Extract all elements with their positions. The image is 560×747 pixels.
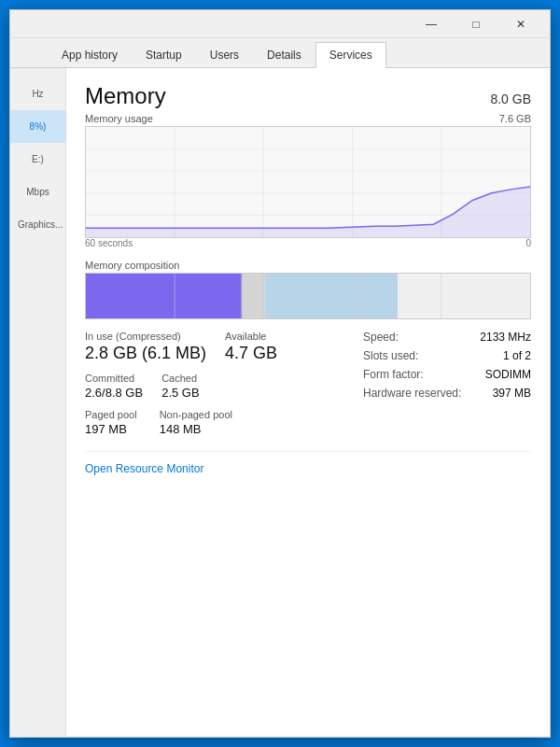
pool-section: Paged pool 197 MB Non-paged pool 148 MB [85,409,344,436]
form-factor-label: Form factor: [363,368,424,381]
paged-pool-label: Paged pool [85,409,137,420]
cached-value: 2.5 GB [161,386,199,400]
stat-available: Available 4.7 GB [225,331,277,363]
content-area: Hz 8%) E:) Mbps Graphics... Memory 8.0 G… [10,68,550,736]
stat-cached: Cached 2.5 GB [161,373,199,400]
paged-pool-value: 197 MB [85,422,137,436]
stat-paged-pool: Paged pool 197 MB [85,409,137,436]
svg-rect-8 [86,274,242,319]
available-value: 4.7 GB [225,344,277,363]
memory-title: Memory [85,83,166,109]
cached-label: Cached [161,373,199,384]
sidebar-item-network[interactable]: Mbps [10,176,65,208]
speed-value: 2133 MHz [480,331,531,344]
in-use-available: In use (Compressed) 2.8 GB (6.1 MB) Avai… [85,331,344,363]
tab-app-history[interactable]: App history [48,42,132,68]
composition-chart-section: Memory composition [85,260,531,319]
svg-rect-11 [264,274,398,319]
usage-chart-container [85,126,531,238]
stat-committed: Committed 2.6/8.8 GB [85,373,143,400]
stat-non-paged-pool: Non-paged pool 148 MB [160,409,232,436]
minimize-button[interactable]: — [410,10,453,38]
main-panel: Memory 8.0 GB Memory usage 7.6 GB [66,68,550,736]
svg-rect-9 [242,274,243,319]
sidebar-item-memory[interactable]: 8%) [10,110,65,143]
tab-bar: App history Startup Users Details Servic… [10,38,550,68]
title-bar: — □ ✕ [10,10,550,38]
slots-value: 1 of 2 [503,349,531,362]
committed-label: Committed [85,373,143,384]
sidebar-item-cpu[interactable]: Hz [10,78,65,110]
hardware-reserved-row: Hardware reserved: 397 MB [363,387,531,400]
tab-startup[interactable]: Startup [132,42,196,68]
in-use-label: In use (Compressed) [85,331,206,342]
stats-section: In use (Compressed) 2.8 GB (6.1 MB) Avai… [85,331,531,436]
slots-label: Slots used: [363,349,418,362]
usage-chart-section: Memory usage 7.6 GB [85,113,531,248]
in-use-value: 2.8 GB (6.1 MB) [85,344,206,363]
usage-chart-label: Memory usage 7.6 GB [85,113,531,124]
svg-rect-12 [398,274,530,319]
composition-label: Memory composition [85,260,531,271]
sidebar: Hz 8%) E:) Mbps Graphics... [10,68,66,736]
sidebar-item-disk[interactable]: E:) [10,143,65,176]
non-paged-pool-label: Non-paged pool [160,409,232,420]
speed-label: Speed: [363,331,399,344]
resource-monitor-section: Open Resource Monitor [85,451,531,476]
committed-cached: Committed 2.6/8.8 GB Cached 2.5 GB [85,373,344,400]
tab-services[interactable]: Services [315,42,386,68]
slots-row: Slots used: 1 of 2 [363,349,531,362]
form-factor-value: SODIMM [485,368,531,381]
usage-chart-svg [86,127,530,237]
svg-rect-10 [243,274,265,319]
chart-time-labels: 60 seconds 0 [85,238,531,248]
stat-in-use: In use (Compressed) 2.8 GB (6.1 MB) [85,331,206,363]
hardware-reserved-label: Hardware reserved: [363,387,461,400]
resource-monitor-link[interactable]: Open Resource Monitor [85,462,203,475]
close-button[interactable]: ✕ [499,10,542,38]
non-paged-pool-value: 148 MB [160,422,232,436]
maximize-button[interactable]: □ [455,10,497,38]
window-controls: — □ ✕ [410,10,542,38]
available-label: Available [225,331,277,342]
left-stats: In use (Compressed) 2.8 GB (6.1 MB) Avai… [85,331,344,436]
form-factor-row: Form factor: SODIMM [363,368,531,381]
speed-row: Speed: 2133 MHz [363,331,531,344]
memory-header: Memory 8.0 GB [85,83,531,109]
committed-value: 2.6/8.8 GB [85,386,143,400]
sidebar-item-gpu[interactable]: Graphics... [10,208,65,241]
composition-chart-svg [86,274,530,319]
right-stats: Speed: 2133 MHz Slots used: 1 of 2 Form … [363,331,531,436]
hardware-reserved-value: 397 MB [493,387,531,400]
composition-chart-container [85,273,531,319]
memory-total: 8.0 GB [490,92,531,106]
tab-details[interactable]: Details [253,42,315,68]
task-manager-window: — □ ✕ App history Startup Users Details … [9,9,551,738]
tab-users[interactable]: Users [196,42,253,68]
